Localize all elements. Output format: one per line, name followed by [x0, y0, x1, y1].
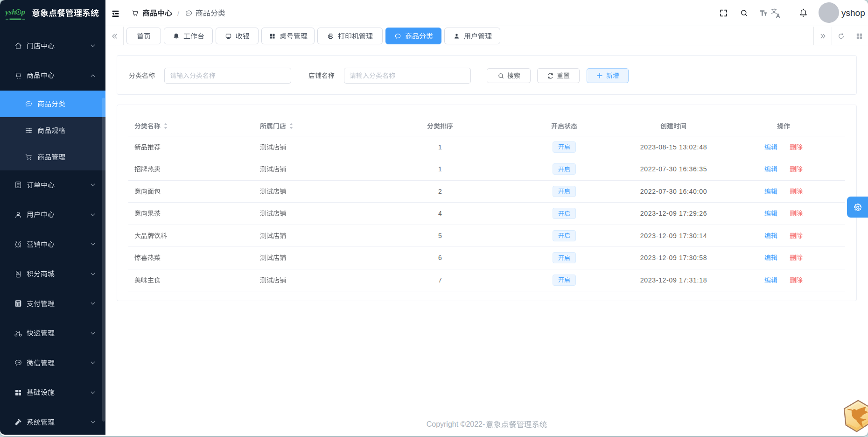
svg-text:p: p: [21, 7, 26, 16]
svg-text:ysh: ysh: [5, 7, 16, 16]
